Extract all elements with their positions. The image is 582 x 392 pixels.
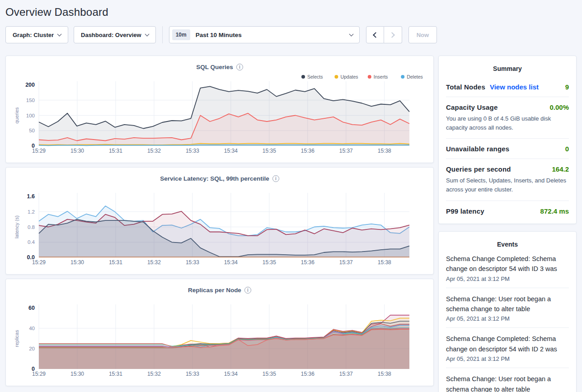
- svg-text:15:37: 15:37: [339, 259, 353, 266]
- svg-text:15:33: 15:33: [186, 148, 199, 154]
- queries-per-second-value: 164.2: [552, 165, 569, 173]
- event-timestamp: Apr 05, 2021 at 3:12 PM: [446, 275, 569, 282]
- svg-text:1.6: 1.6: [27, 193, 35, 200]
- svg-text:15:37: 15:37: [339, 148, 353, 154]
- svg-text:15:38: 15:38: [378, 371, 391, 377]
- chart-card-sql-queries: SQL Queries i 15:2915:3015:3115:3215:331…: [5, 56, 434, 163]
- capacity-usage-description: You are using 0 B of 4.5 GiB usable disk…: [446, 114, 569, 132]
- chart-canvas-service-latency[interactable]: 15:2915:3015:3115:3215:3315:3415:3515:36…: [13, 184, 426, 266]
- svg-text:Selects: Selects: [307, 74, 323, 79]
- info-icon[interactable]: i: [244, 287, 251, 294]
- chart-canvas-replicas-per-node[interactable]: 15:2915:3015:3115:3215:3315:3415:3515:36…: [13, 295, 426, 378]
- svg-text:100: 100: [26, 113, 35, 118]
- event-timestamp: Apr 05, 2021 at 3:12 PM: [446, 315, 569, 322]
- capacity-usage-value: 0.00%: [549, 103, 569, 111]
- svg-text:15:35: 15:35: [263, 371, 276, 377]
- svg-text:15:34: 15:34: [224, 371, 238, 377]
- summary-row-p99-latency: P99 latency 872.4 ms: [446, 201, 569, 221]
- time-range-label: Past 10 Minutes: [196, 32, 350, 38]
- p99-latency-value: 872.4 ms: [540, 207, 569, 215]
- event-text: Schema Change: User root began a schema …: [446, 374, 569, 392]
- dashboard-dropdown[interactable]: Dashboard: Overview: [74, 26, 156, 43]
- event-text: Schema Change: User root began a schema …: [446, 294, 569, 314]
- total-nodes-value: 9: [565, 83, 569, 91]
- svg-text:1.2: 1.2: [28, 209, 35, 215]
- events-heading: Events: [446, 241, 569, 248]
- event-text: Schema Change Completed: Schema change o…: [446, 254, 569, 274]
- chart-title-row: Service Latency: SQL, 99th percentile i: [13, 174, 426, 183]
- event-list-item[interactable]: Schema Change: User root began a schema …: [446, 368, 569, 392]
- svg-text:20: 20: [29, 346, 35, 351]
- chart-canvas-sql-queries[interactable]: 15:2915:3015:3115:3215:3315:3415:3515:36…: [13, 72, 426, 154]
- svg-text:0: 0: [32, 366, 35, 372]
- svg-text:0.0: 0.0: [27, 254, 35, 261]
- graph-dropdown[interactable]: Graph: Cluster: [5, 26, 68, 43]
- info-icon[interactable]: i: [236, 64, 243, 70]
- summary-heading: Summary: [446, 65, 569, 72]
- unavailable-ranges-value: 0: [565, 145, 569, 153]
- main-content: SQL Queries i 15:2915:3015:3115:3215:331…: [5, 56, 577, 392]
- chart-card-service-latency: Service Latency: SQL, 99th percentile i …: [5, 167, 434, 275]
- unavailable-ranges-label: Unavailable ranges: [446, 145, 509, 153]
- chart-title-row: Replicas per Node i: [13, 285, 426, 294]
- time-range-dropdown[interactable]: 10m Past 10 Minutes: [169, 26, 360, 43]
- event-list-item[interactable]: Schema Change: User root began a schema …: [446, 288, 569, 328]
- charts-column: SQL Queries i 15:2915:3015:3115:3215:331…: [5, 56, 434, 386]
- summary-row-total-nodes: Total Nodes View nodes list 9: [446, 77, 569, 97]
- toolbar: Graph: Cluster Dashboard: Overview 10m P…: [5, 26, 577, 43]
- svg-text:0.4: 0.4: [28, 239, 35, 245]
- svg-text:15:30: 15:30: [70, 371, 84, 377]
- svg-text:150: 150: [26, 98, 35, 103]
- svg-text:15:34: 15:34: [224, 259, 238, 266]
- time-nav-group: [366, 26, 402, 43]
- summary-row-capacity-usage: Capacity Usage 0.00% You are using 0 B o…: [446, 97, 569, 139]
- svg-text:Inserts: Inserts: [374, 74, 388, 79]
- svg-text:15:33: 15:33: [186, 371, 199, 377]
- event-list-item[interactable]: Schema Change Completed: Schema change o…: [446, 328, 569, 368]
- svg-text:0: 0: [32, 143, 35, 149]
- svg-text:queries: queries: [14, 107, 19, 124]
- svg-text:replicas: replicas: [14, 330, 19, 347]
- chevron-left-icon: [373, 32, 379, 38]
- summary-row-queries-per-second: Queries per second 164.2 Sum of Selects,…: [446, 159, 569, 201]
- svg-text:15:37: 15:37: [339, 371, 353, 377]
- toolbar-divider: [162, 26, 163, 43]
- svg-text:15:31: 15:31: [109, 259, 122, 266]
- events-panel: Events Schema Change Completed: Schema c…: [438, 231, 577, 392]
- event-text: Schema Change Completed: Schema change o…: [446, 334, 569, 354]
- chart-card-replicas-per-node: Replicas per Node i 15:2915:3015:3115:32…: [5, 279, 434, 386]
- svg-text:15:32: 15:32: [147, 371, 161, 377]
- p99-latency-label: P99 latency: [446, 207, 484, 215]
- svg-text:Deletes: Deletes: [407, 74, 423, 79]
- svg-text:200: 200: [25, 82, 35, 88]
- svg-text:50: 50: [29, 128, 35, 133]
- dashboard-dropdown-label: Dashboard: Overview: [81, 32, 141, 38]
- svg-text:15:38: 15:38: [378, 148, 391, 154]
- time-prev-button[interactable]: [366, 26, 384, 43]
- svg-text:15:36: 15:36: [301, 148, 314, 154]
- event-list-item[interactable]: Schema Change Completed: Schema change o…: [446, 248, 569, 288]
- svg-text:40: 40: [29, 326, 35, 331]
- chevron-right-icon: [389, 32, 395, 38]
- svg-text:15:35: 15:35: [263, 148, 276, 154]
- queries-per-second-label: Queries per second: [446, 165, 511, 173]
- chevron-down-icon: [145, 32, 149, 36]
- svg-text:Updates: Updates: [340, 74, 358, 79]
- svg-text:15:36: 15:36: [301, 259, 314, 266]
- summary-row-unavailable-ranges: Unavailable ranges 0: [446, 139, 569, 159]
- svg-text:15:30: 15:30: [70, 148, 84, 154]
- info-icon[interactable]: i: [272, 175, 279, 182]
- svg-text:15:36: 15:36: [301, 371, 314, 377]
- chart-title: SQL Queries: [196, 64, 233, 70]
- svg-text:15:32: 15:32: [147, 259, 161, 266]
- summary-panel: Summary Total Nodes View nodes list 9 Ca…: [438, 56, 577, 224]
- time-next-button-disabled[interactable]: [384, 26, 402, 43]
- svg-text:60: 60: [28, 305, 35, 311]
- sidebar-column: Summary Total Nodes View nodes list 9 Ca…: [438, 56, 577, 392]
- time-range-badge: 10m: [172, 29, 190, 40]
- chart-title: Replicas per Node: [188, 287, 241, 294]
- overview-dashboard-page: Overview Dashboard Graph: Cluster Dashbo…: [0, 0, 582, 392]
- svg-text:latency (s): latency (s): [14, 215, 19, 238]
- view-nodes-list-link[interactable]: View nodes list: [490, 83, 539, 91]
- now-button-disabled[interactable]: Now: [408, 26, 437, 43]
